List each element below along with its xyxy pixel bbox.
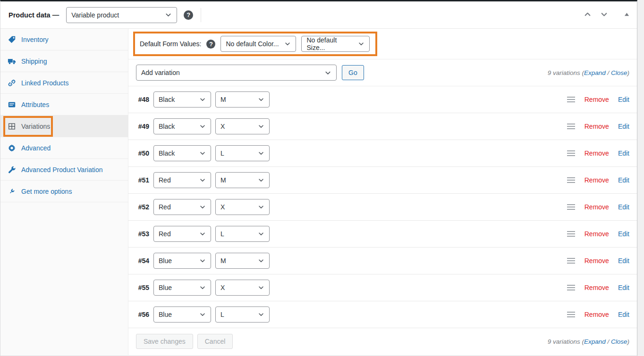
edit-link[interactable]: Edit (618, 96, 629, 103)
drag-handle-icon[interactable] (567, 122, 576, 131)
expand-link[interactable]: Expand (584, 69, 606, 76)
default-color-select[interactable]: No default Color... (220, 36, 296, 52)
tab-variations[interactable]: Variations (0, 116, 128, 137)
default-size-select[interactable]: No default Size... (301, 36, 370, 52)
variation-size-select[interactable]: X (215, 118, 270, 134)
edit-link[interactable]: Edit (618, 149, 629, 157)
remove-link[interactable]: Remove (585, 176, 609, 184)
variation-color-select[interactable]: Red (153, 199, 211, 215)
variation-size-select[interactable]: L (215, 226, 270, 242)
chevron-down-icon (199, 257, 206, 264)
chevron-down-icon (165, 11, 172, 18)
chevron-down-icon (199, 177, 206, 183)
edit-link[interactable]: Edit (618, 230, 629, 238)
summary-count: 9 variations ( (548, 338, 584, 345)
variation-color-select[interactable]: Black (153, 145, 211, 161)
drag-handle-icon[interactable] (567, 230, 576, 238)
drag-handle-icon[interactable] (567, 203, 576, 211)
save-changes-button[interactable]: Save changes (136, 334, 193, 349)
variation-color-select[interactable]: Black (153, 91, 211, 108)
help-icon[interactable]: ? (206, 40, 215, 49)
variations-panel: Default Form Values: ? No default Color.… (128, 29, 637, 355)
edit-link[interactable]: Edit (618, 203, 629, 211)
tab-shipping[interactable]: Shipping (0, 50, 128, 72)
panel-title: Product data — (8, 11, 59, 19)
variation-id: #50 (136, 149, 149, 157)
remove-link[interactable]: Remove (585, 230, 609, 238)
variation-size-select[interactable]: X (215, 199, 270, 215)
order-down-button[interactable] (599, 9, 609, 21)
tab-label: Get more options (21, 188, 72, 195)
drag-handle-icon[interactable] (567, 95, 576, 104)
drag-handle-icon[interactable] (567, 310, 576, 319)
variation-color-select[interactable]: Blue (153, 306, 211, 323)
variation-color-value: Black (159, 149, 175, 157)
tab-get-more-options[interactable]: Get more options (0, 181, 128, 202)
edit-link[interactable]: Edit (618, 311, 629, 318)
link-icon (8, 79, 16, 87)
variation-color-value: Red (159, 230, 171, 238)
tab-inventory[interactable]: Inventory (0, 29, 128, 50)
drag-handle-icon[interactable] (567, 257, 576, 265)
default-size-value: No default Size... (306, 36, 354, 51)
variation-actions: Remove Edit (567, 122, 629, 131)
variations-footer: Save changes Cancel 9 variations (Expand… (128, 328, 637, 355)
toggle-panel-button[interactable] (623, 10, 630, 19)
chevron-up-icon (584, 10, 592, 20)
variation-id: #56 (136, 311, 149, 318)
chevron-down-icon (258, 150, 264, 157)
chevron-down-icon (199, 123, 206, 130)
expand-link[interactable]: Expand (584, 338, 606, 345)
drag-handle-icon[interactable] (567, 176, 576, 184)
product-type-select[interactable]: Variable product (66, 7, 177, 23)
remove-link[interactable]: Remove (585, 257, 609, 265)
edit-link[interactable]: Edit (618, 123, 629, 130)
remove-link[interactable]: Remove (585, 311, 609, 318)
product-data-panel: Product data — Variable product ? (0, 0, 637, 356)
drag-handle-icon[interactable] (567, 283, 576, 292)
variation-color-select[interactable]: Blue (153, 253, 211, 269)
variation-color-select[interactable]: Black (153, 118, 211, 134)
variation-color-select[interactable]: Red (153, 226, 211, 242)
tab-advanced[interactable]: Advanced (0, 137, 128, 159)
chevron-down-icon (258, 284, 264, 291)
close-link[interactable]: Close (611, 69, 627, 76)
variation-size-select[interactable]: L (215, 145, 270, 161)
variation-id: #48 (136, 96, 149, 103)
tab-advanced-product-variation[interactable]: Advanced Product Variation (0, 159, 128, 181)
close-link[interactable]: Close (611, 338, 627, 345)
variation-color-value: Red (159, 203, 171, 211)
drag-handle-icon[interactable] (567, 149, 576, 157)
variation-row: #54 Blue M Remove Edit (128, 248, 637, 274)
edit-link[interactable]: Edit (618, 176, 629, 184)
variation-actions: Remove Edit (567, 149, 629, 157)
help-icon[interactable]: ? (184, 10, 193, 20)
tab-attributes[interactable]: Attributes (0, 94, 128, 116)
variation-size-select[interactable]: X (215, 280, 270, 296)
variation-size-select[interactable]: M (215, 253, 270, 269)
go-button[interactable]: Go (342, 65, 364, 80)
tab-linked-products[interactable]: Linked Products (0, 72, 128, 94)
page-scroll-gutter[interactable] (637, 0, 644, 356)
variation-size-select[interactable]: M (215, 91, 270, 108)
add-variation-select[interactable]: Add variation (136, 65, 337, 81)
edit-link[interactable]: Edit (618, 284, 629, 291)
chevron-down-icon (358, 41, 364, 47)
remove-link[interactable]: Remove (585, 96, 609, 103)
variation-list: #48 Black M Remove Edit #49 Black (128, 86, 637, 328)
remove-link[interactable]: Remove (585, 123, 609, 130)
cancel-button[interactable]: Cancel (197, 334, 233, 349)
chevron-down-icon (258, 177, 264, 183)
remove-link[interactable]: Remove (585, 203, 609, 211)
variation-color-select[interactable]: Red (153, 172, 211, 188)
order-up-button[interactable] (583, 9, 593, 21)
edit-link[interactable]: Edit (618, 257, 629, 265)
variation-size-select[interactable]: L (215, 306, 270, 323)
tab-label: Advanced Product Variation (21, 166, 103, 174)
variations-summary: 9 variations (Expand / Close) (548, 69, 629, 76)
product-data-header: Product data — Variable product ? (0, 1, 637, 29)
remove-link[interactable]: Remove (585, 149, 609, 157)
remove-link[interactable]: Remove (585, 284, 609, 291)
variation-color-select[interactable]: Blue (153, 280, 211, 296)
variation-size-select[interactable]: M (215, 172, 270, 188)
